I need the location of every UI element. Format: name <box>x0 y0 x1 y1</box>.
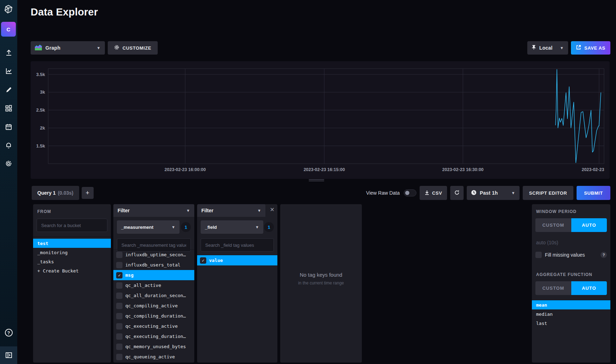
help-icon[interactable]: ? <box>0 325 17 340</box>
checkbox[interactable] <box>116 344 122 350</box>
filter-type-dropdown[interactable]: Filter ▼ <box>197 204 265 217</box>
time-range-dropdown[interactable]: Past 1h ▼ <box>467 186 520 200</box>
checkbox[interactable] <box>116 323 122 330</box>
upload-icon[interactable] <box>0 45 17 61</box>
list-item-label: msg <box>125 272 133 278</box>
filter-type-dropdown[interactable]: Filter ▼ <box>113 204 194 217</box>
list-item-label: _monitoring <box>37 250 68 255</box>
tasks-icon[interactable] <box>0 119 17 134</box>
checkbox[interactable] <box>116 282 122 289</box>
chevron-down-icon: ▼ <box>171 225 175 229</box>
checkbox[interactable]: ✓ <box>200 257 206 264</box>
bucket-list: test_monitoring_tasks+ Create Bucket <box>33 239 111 275</box>
bucket-list-item[interactable]: + Create Bucket <box>33 266 111 275</box>
measurement-list-item[interactable]: ✓msg <box>113 270 194 280</box>
measurement-list-item[interactable]: qc_all_active <box>113 280 194 290</box>
svg-text:2023-02-23 16:30:00: 2023-02-23 16:30:00 <box>442 167 483 172</box>
close-icon[interactable]: ✕ <box>270 207 275 213</box>
view-type-dropdown[interactable]: Graph ▼ <box>31 41 105 55</box>
selected-count-badge: 1 <box>264 222 274 232</box>
bucket-search-input[interactable] <box>37 219 107 232</box>
window-auto-button[interactable]: AUTO <box>571 218 607 232</box>
chevron-down-icon: ▼ <box>186 208 190 213</box>
view-raw-data-toggle[interactable] <box>404 189 416 196</box>
chart-panel: 1.5k2k2.5k3k3.5k2023-02-23 16:00:002023-… <box>31 61 610 179</box>
pin-icon <box>532 45 536 51</box>
window-custom-button[interactable]: CUSTOM <box>535 218 571 232</box>
query-tab-label: Query 1 <box>37 190 56 196</box>
refresh-icon <box>454 190 460 196</box>
checkbox[interactable] <box>116 303 122 309</box>
csv-download-button[interactable]: CSV <box>420 186 447 200</box>
measurement-list-item[interactable]: qc_executing_active <box>113 321 194 331</box>
help-tooltip-icon[interactable]: ? <box>601 252 607 258</box>
filter-label: Filter <box>201 208 213 213</box>
submit-button[interactable]: SUBMIT <box>577 186 610 200</box>
list-item-label: last <box>536 321 547 326</box>
add-query-button[interactable]: + <box>82 187 94 199</box>
gear-icon <box>114 45 119 51</box>
svg-text:2k: 2k <box>40 125 45 131</box>
graph-icon[interactable] <box>0 63 17 79</box>
svg-text:3.5k: 3.5k <box>36 72 45 77</box>
svg-text:2023-02-23: 2023-02-23 <box>582 167 604 172</box>
boards-icon[interactable] <box>0 100 17 116</box>
field-search-input[interactable] <box>201 238 274 252</box>
list-item-label: influxdb_users_total <box>125 262 181 268</box>
aggregate-function-item[interactable]: median <box>532 309 610 319</box>
list-item-label: qc_executing_duration… <box>125 334 186 339</box>
expand-icon[interactable] <box>0 347 17 363</box>
checkbox[interactable]: ✓ <box>116 272 122 278</box>
list-item-label: qc_queueing_active <box>125 354 175 359</box>
fill-missing-checkbox[interactable] <box>535 252 542 258</box>
measurement-list-item[interactable]: qc_memory_unused_bytes <box>113 341 194 352</box>
query-tab[interactable]: Query 1 (0.03s) <box>32 186 79 200</box>
checkbox[interactable] <box>116 333 122 340</box>
field-key-select[interactable]: _field ▼ <box>201 220 263 234</box>
save-as-button[interactable]: SAVE AS <box>571 41 610 55</box>
field-key-label: _field <box>205 225 217 230</box>
settings-icon[interactable] <box>0 156 17 171</box>
query-toolbar: Query 1 (0.03s) + View Raw Data CSV Past… <box>32 186 610 200</box>
influxdb-logo[interactable] <box>3 4 14 15</box>
checkbox[interactable] <box>116 293 122 299</box>
edit-icon[interactable] <box>0 82 17 98</box>
selected-count-badge: 1 <box>181 222 191 232</box>
customize-label: CUSTOMIZE <box>122 45 151 51</box>
local-dropdown[interactable]: Local ▼ <box>527 41 568 55</box>
divider <box>33 236 111 237</box>
measurement-key-select[interactable]: _measurement ▼ <box>117 220 180 234</box>
aggregate-auto-button[interactable]: AUTO <box>571 281 607 295</box>
checkbox[interactable] <box>116 354 122 360</box>
tag-keys-panel: No tag keys found in the current time ra… <box>280 204 362 363</box>
checkbox[interactable] <box>116 262 122 268</box>
checkbox[interactable] <box>116 313 122 319</box>
list-item-label: qc_memory_unused_bytes <box>125 344 186 349</box>
aggregate-function-item[interactable]: mean <box>532 300 610 309</box>
measurement-list-item[interactable]: influxdb_uptime_secon… <box>113 250 194 260</box>
measurement-list-item[interactable]: qc_executing_duration… <box>113 331 194 341</box>
sidebar: C ? <box>0 0 17 364</box>
script-editor-button[interactable]: SCRIPT EDITOR <box>523 186 573 200</box>
measurement-list-item[interactable]: influxdb_users_total <box>113 260 194 270</box>
aggregate-custom-button[interactable]: CUSTOM <box>535 281 571 295</box>
avatar[interactable]: C <box>1 22 16 37</box>
svg-text:2023-02-23 16:15:00: 2023-02-23 16:15:00 <box>303 167 345 172</box>
alerts-icon[interactable] <box>0 137 17 153</box>
bucket-list-item[interactable]: test <box>33 239 111 248</box>
measurement-list-item[interactable]: qc_all_duration_secon… <box>113 290 194 301</box>
field-list-item[interactable]: ✓value <box>197 255 277 265</box>
chevron-down-icon: ▼ <box>255 225 259 229</box>
customize-button[interactable]: CUSTOMIZE <box>108 41 158 55</box>
measurement-list-item[interactable]: qc_queueing_active <box>113 352 194 362</box>
measurement-list-item[interactable]: qc_compiling_duration… <box>113 311 194 321</box>
refresh-button[interactable] <box>450 186 464 200</box>
measurement-list-item[interactable]: qc_compiling_active <box>113 301 194 311</box>
from-panel: FROM test_monitoring_tasks+ Create Bucke… <box>33 204 111 363</box>
bucket-list-item[interactable]: _monitoring <box>33 248 111 257</box>
panel-resize-handle[interactable] <box>309 179 324 182</box>
bucket-list-item[interactable]: _tasks <box>33 257 111 266</box>
checkbox[interactable] <box>116 252 122 258</box>
timeseries-line-chart[interactable]: 1.5k2k2.5k3k3.5k2023-02-23 16:00:002023-… <box>31 61 610 179</box>
aggregate-function-item[interactable]: last <box>532 319 610 328</box>
